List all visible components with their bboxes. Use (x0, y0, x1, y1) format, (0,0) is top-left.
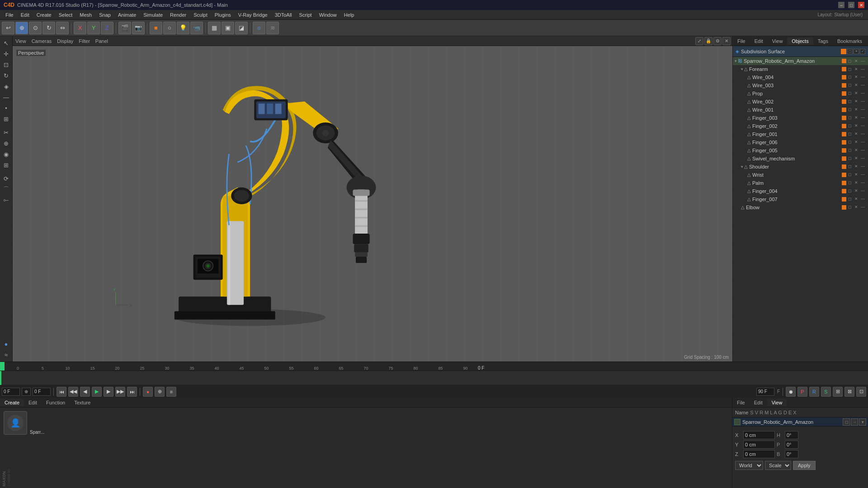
tl-goto-end[interactable]: ⏭ (127, 387, 137, 397)
obj-wire004[interactable]: △ Wire_004 ◻ ✕ — (745, 73, 868, 81)
menu-vray[interactable]: V-Ray Bridge (235, 11, 271, 19)
obj-finger005[interactable]: △ Finger_005 ◻ ✕ — (745, 146, 868, 155)
light-tool[interactable]: 💡 (177, 22, 189, 34)
maximize-button[interactable]: □ (848, 2, 854, 8)
content-item-sparrow[interactable]: 👤 (4, 411, 27, 435)
w2-render[interactable]: ✕ (854, 99, 860, 104)
obj-finger006[interactable]: △ Finger_006 ◻ ✕ — (745, 138, 868, 146)
f002-render[interactable]: ✕ (854, 123, 860, 129)
tl-scale-key[interactable]: S (821, 387, 831, 397)
f001-render[interactable]: ✕ (854, 131, 860, 137)
root-vis[interactable]: ◻ (848, 58, 854, 64)
obj-elbow[interactable]: △ Elbow ◻ ✕ — (739, 203, 868, 211)
sidebar-shear[interactable]: ⟜ (1, 195, 11, 205)
sidebar-poly[interactable]: ◈ (1, 81, 11, 91)
obj-finger002[interactable]: △ Finger_002 ◻ ✕ — (745, 122, 868, 130)
at-tab-file[interactable]: File (732, 399, 750, 406)
f006-vis[interactable]: ◻ (848, 140, 854, 145)
at-tab-edit[interactable]: Edit (750, 399, 767, 406)
f001-lock[interactable]: — (861, 131, 866, 137)
tl-pos-key[interactable]: P (797, 387, 807, 397)
tl-pla-key[interactable]: ⊠ (844, 387, 854, 397)
sidebar-python[interactable]: ● (1, 339, 11, 349)
wrist-render[interactable]: ✕ (854, 172, 860, 178)
subdivision-surface-item[interactable]: ◈ Subdivision Surface ◻ ✕ ✓ (733, 46, 868, 57)
obj-prop[interactable]: △ Prop ◻ ✕ — (745, 89, 868, 98)
sidebar-scale[interactable]: ⊡ (1, 60, 11, 70)
menu-plugins[interactable]: Plugins (211, 11, 235, 19)
rp-tab-objects[interactable]: Objects (787, 38, 813, 45)
prop-render[interactable]: ✕ (854, 91, 860, 96)
tl-record-all[interactable]: ⊕ (155, 387, 165, 397)
f001-vis[interactable]: ◻ (848, 131, 854, 137)
menu-script[interactable]: Script (296, 11, 316, 19)
prop-lock[interactable]: — (861, 91, 866, 96)
ct-tab-create[interactable]: Create (0, 399, 24, 406)
menu-help[interactable]: Help (340, 11, 358, 19)
f007-vis[interactable]: ◻ (848, 197, 854, 202)
f002-vis[interactable]: ◻ (848, 123, 854, 129)
rp-tab-file[interactable]: File (733, 38, 750, 45)
w1-lock[interactable]: — (861, 107, 866, 113)
at-tab-view[interactable]: View (767, 399, 787, 406)
tool-rotate[interactable]: ↻ (42, 22, 55, 34)
menu-create[interactable]: Create (33, 11, 55, 19)
shoulder-render[interactable]: ✕ (854, 164, 860, 169)
apply-button[interactable]: Apply (793, 461, 816, 470)
f003-vis[interactable]: ◻ (848, 115, 854, 121)
obj-wire003[interactable]: △ Wire_003 ◻ ✕ — (745, 81, 868, 89)
y-position-input[interactable] (743, 441, 775, 449)
w4-lock[interactable]: — (861, 75, 866, 80)
menu-3dtoall[interactable]: 3DToAll (271, 11, 296, 19)
tl-auto-key[interactable]: ⏺ (786, 387, 796, 397)
attr-more-btn[interactable]: ▾ (859, 418, 866, 426)
menu-window[interactable]: Window (316, 11, 340, 19)
menu-mesh[interactable]: Mesh (76, 11, 95, 19)
f004-render[interactable]: ✕ (854, 188, 860, 194)
coordinate-space-select[interactable]: World Object (735, 461, 763, 470)
obj-shoulder[interactable]: ▾ △ Shoulder ◻ ✕ — (739, 163, 868, 171)
z-position-input[interactable] (743, 450, 775, 458)
forearm-render[interactable]: ✕ (854, 66, 860, 72)
f006-render[interactable]: ✕ (854, 140, 860, 145)
render-button[interactable]: 🎬 (118, 22, 131, 34)
sidebar-bevel[interactable]: ◉ (1, 149, 11, 159)
w3-lock[interactable]: — (861, 83, 866, 88)
f004-vis[interactable]: ◻ (848, 188, 854, 194)
menu-snap[interactable]: Snap (95, 11, 114, 19)
sidebar-knife[interactable]: ✂ (1, 127, 11, 137)
prop-vis[interactable]: ◻ (848, 91, 854, 96)
vp-filter[interactable]: Filter (76, 38, 92, 45)
forearm-vis[interactable]: ◻ (848, 66, 854, 72)
tl-next-key[interactable]: ▶▶ (115, 387, 125, 397)
menu-render[interactable]: Render (166, 11, 190, 19)
close-button[interactable]: ✕ (858, 2, 864, 8)
root-render[interactable]: ✕ (854, 58, 860, 64)
tool-select[interactable]: ⊙ (29, 22, 42, 34)
attr-render-btn[interactable]: → (851, 418, 858, 426)
sidebar-point[interactable]: • (1, 103, 11, 113)
forearm-lock[interactable]: — (861, 66, 866, 72)
w1-vis[interactable]: ◻ (848, 107, 854, 113)
vp-panel[interactable]: Panel (93, 38, 111, 45)
vp-display[interactable]: Display (54, 38, 76, 45)
timeline-ruler[interactable]: 0 5 10 15 20 25 30 35 40 45 50 55 60 65 … (0, 362, 868, 371)
minimize-button[interactable]: – (838, 2, 844, 8)
sidebar-bridge[interactable]: ⊞ (1, 160, 11, 170)
timeline-track[interactable] (0, 371, 868, 385)
wrist-lock[interactable]: — (861, 172, 866, 178)
cube-tool[interactable]: ■ (150, 22, 162, 34)
wrist-vis[interactable]: ◻ (848, 172, 854, 178)
subdiv-check-btn[interactable]: ✓ (860, 49, 865, 54)
palm-render[interactable]: ✕ (854, 180, 860, 186)
h-rotation-input[interactable] (785, 431, 798, 439)
tl-play[interactable]: ▶ (92, 387, 102, 397)
tl-next-frame[interactable]: ▶ (104, 387, 113, 397)
f005-lock[interactable]: — (861, 148, 866, 153)
f005-render[interactable]: ✕ (854, 148, 860, 153)
scale-select[interactable]: Scale (765, 461, 791, 470)
palm-vis[interactable]: ◻ (848, 180, 854, 186)
sidebar-move[interactable]: ✛ (1, 49, 11, 59)
tl-timeline-btn[interactable]: ≡ (166, 387, 176, 397)
obj-finger004[interactable]: △ Finger_004 ◻ ✕ — (745, 187, 868, 195)
